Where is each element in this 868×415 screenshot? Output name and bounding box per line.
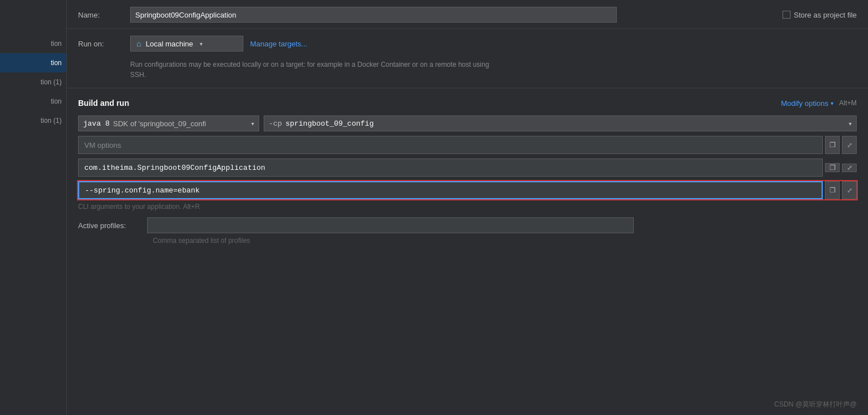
main-container: tion tion tion (1) tion tion (1) Name: S… [0,0,868,415]
vm-options-expand-button[interactable]: ⤢ [842,136,857,154]
active-profiles-row: Active profiles: [67,213,868,236]
active-profiles-label: Active profiles: [78,221,140,230]
cp-label: -cp [269,119,282,128]
main-class-copy-button[interactable]: ❐ [825,163,840,172]
cp-arrow-icon: ▾ [849,121,852,127]
main-class-row: ❐ ⤢ [67,156,868,179]
main-class-input[interactable] [78,159,823,177]
vm-options-input[interactable] [78,136,823,154]
profiles-hint: Comma separated list of profiles [67,236,868,247]
sidebar-item-2-active[interactable]: tion [0,53,66,72]
name-label: Name: [78,11,123,19]
expand-icon-2: ⤢ [847,164,852,172]
sidebar: tion tion tion (1) tion tion (1) [0,0,67,415]
program-args-input[interactable] [78,181,823,199]
main-class-expand-button[interactable]: ⤢ [842,164,857,172]
run-on-arrow-icon: ▾ [200,41,203,47]
program-args-expand-button[interactable]: ⤢ [842,181,857,199]
name-input[interactable] [130,7,617,23]
program-args-container: ❐ ⤢ [67,179,868,202]
modify-options-button[interactable]: Modify options ▾ [781,99,833,108]
expand-icon-3: ⤢ [847,187,852,194]
home-icon: ⌂ [136,39,141,48]
run-on-row: Run on: ⌂ Local machine ▾ Manage targets… [67,29,868,56]
store-as-project-row: Store as project file [783,11,857,19]
build-run-title: Build and run [78,99,129,108]
modify-options-arrow-icon: ▾ [831,100,833,106]
run-on-text: Local machine [145,40,193,48]
build-run-header: Build and run Modify options ▾ Alt+M [67,91,868,113]
content-area: Name: Store as project file Run on: ⌂ Lo… [67,0,868,415]
run-on-label: Run on: [78,40,123,48]
manage-targets-link[interactable]: Manage targets... [250,40,307,48]
modify-options-shortcut: Alt+M [839,99,857,107]
sidebar-item-4[interactable]: tion [0,92,66,111]
vm-options-row: ❐ ⤢ [67,134,868,156]
copy-icon-3: ❐ [830,186,836,194]
copy-icon-2: ❐ [830,164,836,172]
run-on-dropdown[interactable]: ⌂ Local machine ▾ [130,36,243,52]
store-as-project-label: Store as project file [794,11,857,19]
vm-options-copy-button[interactable]: ❐ [825,136,840,154]
watermark: CSDN @莫听穿林打叶声@ [774,400,857,409]
cp-value: springboot_09_config [285,119,373,128]
sidebar-item-5[interactable]: tion (1) [0,111,66,130]
program-args-copy-button[interactable]: ❐ [825,181,840,199]
sdk-dropdown[interactable]: java 8 SDK of 'springboot_09_confi ▾ [78,115,259,131]
sidebar-item-3[interactable]: tion (1) [0,72,66,92]
copy-icon: ❐ [830,141,836,149]
sdk-java-label: java 8 [83,119,110,128]
store-as-project-checkbox[interactable] [783,11,790,19]
sdk-desc: SDK of 'springboot_09_confi [113,119,206,128]
sdk-arrow-icon: ▾ [251,121,254,127]
run-description: Run configurations may be executed local… [119,56,515,85]
expand-icon: ⤢ [847,142,852,149]
sdk-row: java 8 SDK of 'springboot_09_confi ▾ -cp… [67,113,868,134]
program-args-hint: CLI arguments to your application. Alt+R [67,202,868,213]
sidebar-item-1[interactable]: tion [0,34,66,53]
divider-1 [67,88,868,88]
cp-dropdown[interactable]: -cp springboot_09_config ▾ [264,115,857,131]
active-profiles-input[interactable] [147,217,634,233]
name-row: Name: Store as project file [67,0,868,29]
